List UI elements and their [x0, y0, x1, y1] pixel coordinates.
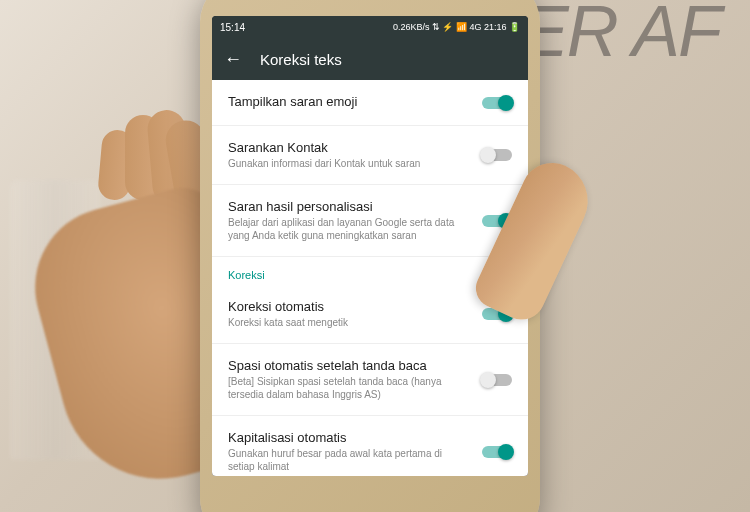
setting-desc: Gunakan informasi dari Kontak untuk sara…	[228, 157, 470, 170]
setting-title: Spasi otomatis setelah tanda baca	[228, 358, 470, 373]
setting-desc: Belajar dari aplikasi dan layanan Google…	[228, 216, 470, 242]
setting-title: Tampilkan saran emoji	[228, 94, 470, 109]
toggle-auto-capitalization[interactable]	[482, 446, 512, 458]
setting-auto-space-punctuation[interactable]: Spasi otomatis setelah tanda baca [Beta]…	[212, 344, 528, 416]
setting-title: Kapitalisasi otomatis	[228, 430, 470, 445]
setting-desc: [Beta] Sisipkan spasi setelah tanda baca…	[228, 375, 470, 401]
app-header: ← Koreksi teks	[212, 38, 528, 80]
status-indicators: 0.26KB/s ⇅ ⚡ 📶 4G 21:16 🔋	[393, 22, 520, 32]
setting-auto-capitalization[interactable]: Kapitalisasi otomatis Gunakan huruf besa…	[212, 416, 528, 476]
phone-screen: 15:14 0.26KB/s ⇅ ⚡ 📶 4G 21:16 🔋 ← Koreks…	[212, 16, 528, 476]
thumb	[500, 160, 580, 340]
page-title: Koreksi teks	[260, 51, 342, 68]
setting-title: Saran hasil personalisasi	[228, 199, 470, 214]
setting-emoji-suggestions[interactable]: Tampilkan saran emoji	[212, 80, 528, 126]
toggle-emoji-suggestions[interactable]	[482, 97, 512, 109]
setting-title: Sarankan Kontak	[228, 140, 470, 155]
setting-suggest-contacts[interactable]: Sarankan Kontak Gunakan informasi dari K…	[212, 126, 528, 185]
setting-desc: Koreksi kata saat mengetik	[228, 316, 470, 329]
setting-personalized-suggestions[interactable]: Saran hasil personalisasi Belajar dari a…	[212, 185, 528, 257]
setting-title: Koreksi otomatis	[228, 299, 470, 314]
setting-desc: Gunakan huruf besar pada awal kata perta…	[228, 447, 470, 473]
status-bar: 15:14 0.26KB/s ⇅ ⚡ 📶 4G 21:16 🔋	[212, 16, 528, 38]
status-time: 15:14	[220, 22, 245, 33]
back-icon[interactable]: ←	[224, 49, 242, 70]
water-glass	[10, 180, 100, 460]
toggle-auto-space-punctuation[interactable]	[482, 374, 512, 386]
phone-device: 15:14 0.26KB/s ⇅ ⚡ 📶 4G 21:16 🔋 ← Koreks…	[200, 0, 540, 512]
